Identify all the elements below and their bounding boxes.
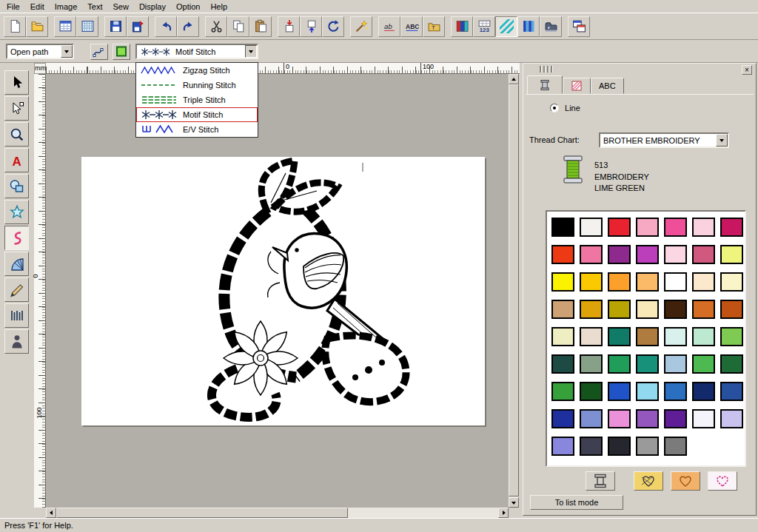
thread-color-swatch[interactable] xyxy=(608,300,631,319)
scroll-down-button[interactable] xyxy=(509,497,519,508)
thread-color-swatch[interactable] xyxy=(551,300,574,319)
thread-color-swatch[interactable] xyxy=(692,409,715,428)
thread-color-swatch[interactable] xyxy=(636,272,659,292)
thread-color-swatch[interactable] xyxy=(720,300,743,319)
scroll-left-button[interactable] xyxy=(46,508,56,518)
thread-color-swatch[interactable] xyxy=(720,218,743,237)
thread-color-swatch[interactable] xyxy=(608,354,631,374)
thread-color-swatch[interactable] xyxy=(636,218,659,237)
thread-color-swatch[interactable] xyxy=(692,218,715,237)
thread-color-swatch[interactable] xyxy=(551,245,574,264)
thread-color-swatch[interactable] xyxy=(636,382,659,401)
menu-item-sew[interactable]: Sew xyxy=(107,1,133,12)
thread-color-swatch[interactable] xyxy=(551,409,574,428)
thread-color-swatch[interactable] xyxy=(608,245,631,264)
thread-color-swatch[interactable] xyxy=(580,382,603,401)
line-radio-row[interactable]: Line xyxy=(550,104,580,112)
thread-color-swatch[interactable] xyxy=(580,272,603,292)
line-radio-button[interactable] xyxy=(550,104,559,112)
thread-color-swatch[interactable] xyxy=(692,382,715,401)
path-type-dropdown-arrow[interactable] xyxy=(61,45,73,58)
design-page-settings-button[interactable] xyxy=(54,16,76,37)
thread-color-swatch[interactable] xyxy=(692,245,715,264)
dropdown-item-triple-stitch[interactable]: Triple Stitch xyxy=(136,92,258,107)
thread-color-swatch[interactable] xyxy=(551,382,574,401)
thread-color-swatch[interactable] xyxy=(636,409,659,428)
monogram-button[interactable]: ab xyxy=(378,16,400,37)
thread-color-swatch[interactable] xyxy=(664,354,687,374)
thread-color-swatch[interactable] xyxy=(692,327,715,346)
menu-item-text[interactable]: Text xyxy=(82,1,107,12)
move-backward-button[interactable] xyxy=(300,16,322,37)
thread-color-swatch[interactable] xyxy=(608,382,631,401)
dropdown-item-running-stitch[interactable]: Running Stitch xyxy=(136,78,258,92)
scroll-up-button[interactable] xyxy=(509,74,519,84)
thread-color-swatch[interactable] xyxy=(580,327,603,346)
path-type-combobox[interactable]: Open path xyxy=(6,44,74,59)
thread-color-swatch[interactable] xyxy=(608,218,631,237)
fabric-settings-button[interactable] xyxy=(76,16,98,37)
thread-color-swatch[interactable] xyxy=(664,300,687,319)
design-page[interactable] xyxy=(81,157,485,425)
thread-color-swatch[interactable] xyxy=(580,245,603,264)
panel-drag-grip[interactable] xyxy=(540,66,552,73)
thread-color-swatch[interactable] xyxy=(608,437,631,456)
fan-tool-button[interactable] xyxy=(4,252,29,276)
thread-chart-dropdown-arrow[interactable] xyxy=(716,134,728,147)
thread-color-swatch[interactable] xyxy=(664,437,687,456)
menu-item-option[interactable]: Option xyxy=(171,1,205,12)
stitches-tool-button[interactable] xyxy=(4,303,29,328)
dropdown-item-zigzag-stitch[interactable]: Zigzag Stitch xyxy=(136,63,258,78)
design-canvas[interactable] xyxy=(46,74,509,508)
thread-color-swatch[interactable] xyxy=(636,354,659,374)
thread-color-swatch[interactable] xyxy=(580,300,603,319)
thread-color-swatch[interactable] xyxy=(551,437,574,456)
magic-wand-button[interactable] xyxy=(350,16,372,37)
thread-color-swatch[interactable] xyxy=(608,327,631,346)
pencil-tool-button[interactable] xyxy=(4,277,29,302)
select-tool-button[interactable] xyxy=(4,70,29,95)
to-list-mode-button[interactable]: To list mode xyxy=(530,495,623,510)
thread-colors-button[interactable] xyxy=(451,16,473,37)
thread-color-swatch[interactable] xyxy=(608,409,631,428)
stitch-view-button[interactable] xyxy=(495,16,517,37)
thread-color-swatch[interactable] xyxy=(720,409,743,428)
template-button[interactable]: T xyxy=(423,16,445,37)
scroll-right-button[interactable] xyxy=(498,508,509,518)
thread-color-swatch[interactable] xyxy=(580,354,603,374)
cut-button[interactable] xyxy=(205,16,227,37)
thread-color-swatch[interactable] xyxy=(664,245,687,264)
undo-button[interactable] xyxy=(155,16,177,37)
zoom-tool-button[interactable] xyxy=(4,122,29,147)
dropdown-item-motif-stitch[interactable]: Motif Stitch xyxy=(136,107,258,122)
thread-color-swatch[interactable] xyxy=(580,437,603,456)
menu-item-display[interactable]: Display xyxy=(134,1,171,12)
thread-color-swatch[interactable] xyxy=(608,272,631,292)
realistic-view-button[interactable] xyxy=(517,16,540,37)
thread-color-swatch[interactable] xyxy=(551,354,574,374)
path-shape-button[interactable] xyxy=(90,44,108,60)
menu-item-image[interactable]: Image xyxy=(50,1,83,12)
thread-color-swatch[interactable] xyxy=(636,300,659,319)
tab-font[interactable]: ABC xyxy=(591,78,624,94)
patch-pink-button[interactable] xyxy=(708,471,737,491)
thread-color-swatch[interactable] xyxy=(720,327,743,346)
vertical-scrollbar[interactable] xyxy=(509,74,519,508)
horizontal-scroll-thumb[interactable] xyxy=(56,508,348,518)
stitch-count-button[interactable]: 123 xyxy=(473,16,495,37)
new-button[interactable] xyxy=(4,16,26,37)
rotate-button[interactable] xyxy=(322,16,344,37)
tab-sewing-attributes[interactable] xyxy=(563,78,591,94)
thread-color-swatch[interactable] xyxy=(692,300,715,319)
layout-window-button[interactable] xyxy=(568,16,590,37)
patch-orange-button[interactable] xyxy=(671,471,700,491)
applique-button[interactable] xyxy=(634,471,663,491)
point-edit-tool-button[interactable] xyxy=(4,96,29,121)
write-to-card-button[interactable] xyxy=(127,16,149,37)
horizontal-scrollbar[interactable] xyxy=(46,508,509,518)
redo-button[interactable] xyxy=(177,16,199,37)
open-button[interactable] xyxy=(26,16,48,37)
curve-tool-button[interactable] xyxy=(4,226,29,250)
thread-chart-combobox[interactable]: BROTHER EMBROIDERY xyxy=(599,132,729,148)
thread-color-swatch[interactable] xyxy=(551,218,574,237)
